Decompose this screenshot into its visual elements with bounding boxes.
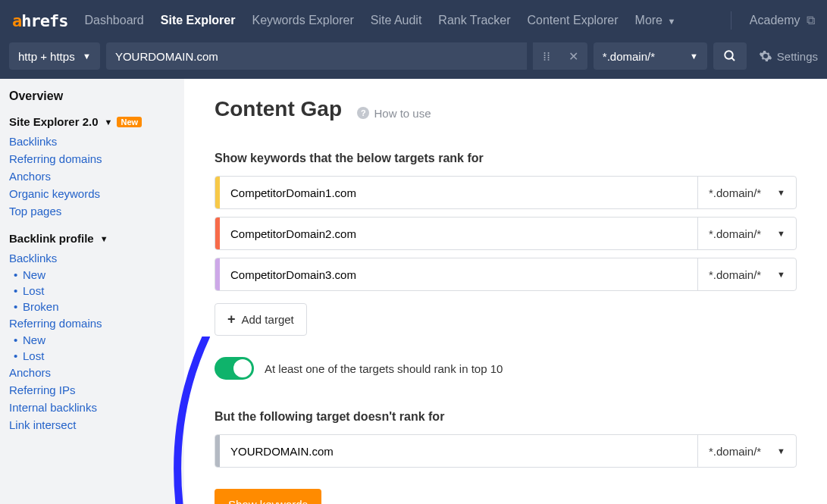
sidebar-link-referring-domains[interactable]: Referring domains bbox=[9, 150, 175, 167]
how-to-use-link[interactable]: ? How to use bbox=[357, 107, 431, 120]
nav-content-explorer[interactable]: Content Explorer bbox=[528, 14, 619, 27]
target-scope-select[interactable]: *.domain/*▼ bbox=[697, 177, 796, 208]
sidebar-sublink-new[interactable]: New bbox=[9, 267, 175, 283]
sidebar-sublink-rd-lost[interactable]: Lost bbox=[9, 348, 175, 364]
chevron-down-icon: ▼ bbox=[777, 446, 785, 455]
sidebar-link-backlinks[interactable]: Backlinks bbox=[9, 133, 175, 150]
gear-icon bbox=[759, 49, 772, 63]
main-content: Content Gap ? How to use Show keywords t… bbox=[184, 79, 827, 504]
sidebar-link-internal-backlinks[interactable]: Internal backlinks bbox=[9, 399, 175, 416]
svg-point-0 bbox=[725, 51, 733, 59]
divider bbox=[731, 11, 731, 30]
exclude-section-label: But the following target doesn't rank fo… bbox=[215, 410, 797, 424]
sidebar-link-bp-backlinks[interactable]: Backlinks bbox=[9, 249, 175, 267]
nav-academy[interactable]: Academy ⧉ bbox=[750, 14, 815, 27]
target-input-2[interactable] bbox=[220, 218, 697, 249]
target-input-3[interactable] bbox=[220, 258, 697, 290]
sidebar-link-anchors[interactable]: Anchors bbox=[9, 167, 175, 185]
sidebar-section-site-explorer[interactable]: Site Explorer 2.0▼ New bbox=[9, 115, 175, 128]
sidebar-sublink-lost[interactable]: Lost bbox=[9, 283, 175, 299]
sidebar-section-backlink-profile[interactable]: Backlink profile▼ bbox=[9, 232, 175, 245]
target-row: *.domain/*▼ bbox=[215, 176, 797, 209]
exclude-input[interactable] bbox=[220, 435, 697, 467]
new-badge: New bbox=[117, 117, 142, 127]
nav-more[interactable]: More ▼ bbox=[635, 14, 676, 27]
chevron-down-icon: ▼ bbox=[100, 234, 108, 243]
toolbar: http + https ▼ ⁞⁞ ✕ *.domain/*▼ Settings bbox=[0, 41, 827, 79]
sidebar-overview[interactable]: Overview bbox=[9, 89, 175, 103]
sidebar-link-link-intersect[interactable]: Link intersect bbox=[9, 416, 175, 434]
show-keywords-button[interactable]: Show keywords bbox=[215, 489, 321, 504]
clear-input-button[interactable]: ✕ bbox=[560, 42, 587, 70]
chevron-down-icon: ▼ bbox=[83, 52, 91, 61]
add-target-button[interactable]: + Add target bbox=[215, 303, 307, 336]
sidebar-link-organic-keywords[interactable]: Organic keywords bbox=[9, 185, 175, 202]
nav-keywords-explorer[interactable]: Keywords Explorer bbox=[252, 14, 353, 27]
compare-icon[interactable]: ⁞⁞ bbox=[533, 42, 560, 70]
nav-dashboard[interactable]: Dashboard bbox=[84, 14, 143, 27]
sidebar-sublink-rd-new[interactable]: New bbox=[9, 332, 175, 348]
external-link-icon: ⧉ bbox=[804, 14, 815, 27]
targets-section-label: Show keywords that the below targets ran… bbox=[215, 152, 797, 165]
logo[interactable]: ahrefs bbox=[12, 11, 67, 30]
chevron-down-icon: ▼ bbox=[777, 188, 785, 197]
sidebar-sublink-broken[interactable]: Broken bbox=[9, 299, 175, 315]
target-scope-select[interactable]: *.domain/*▼ bbox=[697, 258, 796, 290]
sidebar-link-bp-referring-domains[interactable]: Referring domains bbox=[9, 315, 175, 332]
chevron-down-icon: ▼ bbox=[105, 117, 113, 127]
target-row: *.domain/*▼ bbox=[215, 217, 797, 250]
nav-site-explorer[interactable]: Site Explorer bbox=[161, 14, 236, 27]
top10-toggle[interactable] bbox=[215, 357, 254, 380]
nav-site-audit[interactable]: Site Audit bbox=[371, 14, 422, 27]
chevron-down-icon: ▼ bbox=[777, 270, 785, 279]
target-row: *.domain/*▼ bbox=[215, 258, 797, 291]
target-scope-select[interactable]: *.domain/*▼ bbox=[697, 218, 796, 249]
settings-button[interactable]: Settings bbox=[759, 49, 818, 63]
nav-rank-tracker[interactable]: Rank Tracker bbox=[438, 14, 510, 27]
sidebar-link-referring-ips[interactable]: Referring IPs bbox=[9, 381, 175, 399]
chevron-down-icon: ▼ bbox=[667, 17, 675, 26]
sidebar-link-top-pages[interactable]: Top pages bbox=[9, 202, 175, 220]
top-navigation: ahrefs Dashboard Site Explorer Keywords … bbox=[0, 0, 827, 41]
toggle-label: At least one of the targets should rank … bbox=[265, 362, 503, 375]
svg-line-1 bbox=[731, 58, 735, 61]
chevron-down-icon: ▼ bbox=[690, 52, 698, 61]
search-button[interactable] bbox=[713, 42, 747, 70]
protocol-select[interactable]: http + https ▼ bbox=[9, 42, 100, 70]
chevron-down-icon: ▼ bbox=[777, 229, 785, 238]
exclude-scope-select[interactable]: *.domain/*▼ bbox=[697, 435, 796, 467]
sidebar-link-bp-anchors[interactable]: Anchors bbox=[9, 364, 175, 381]
domain-input[interactable] bbox=[106, 42, 527, 70]
scope-select[interactable]: *.domain/*▼ bbox=[594, 42, 707, 70]
plus-icon: + bbox=[227, 311, 236, 327]
search-icon bbox=[723, 49, 737, 63]
sidebar: Overview Site Explorer 2.0▼ New Backlink… bbox=[0, 79, 184, 504]
target-input-1[interactable] bbox=[220, 177, 697, 208]
page-title: Content Gap bbox=[215, 97, 342, 121]
toggle-knob bbox=[233, 359, 252, 377]
exclude-row: *.domain/*▼ bbox=[215, 434, 797, 468]
help-icon: ? bbox=[357, 107, 369, 119]
